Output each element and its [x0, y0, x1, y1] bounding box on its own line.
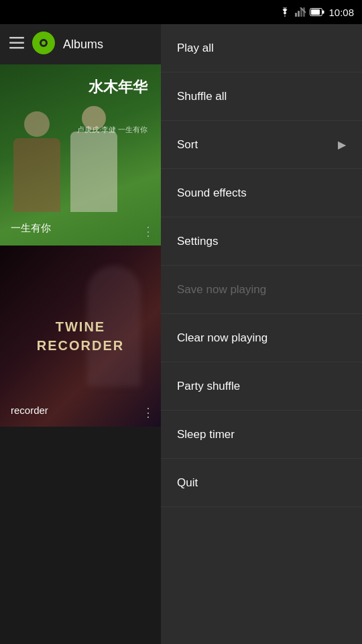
menu-item-quit[interactable]: Quit: [161, 459, 362, 507]
svg-rect-14: [9, 37, 24, 39]
menu-item-save-now-playing[interactable]: Save now playing: [161, 266, 362, 314]
signal-icon: [295, 7, 306, 17]
menu-arrow-sort: ▶: [338, 138, 346, 151]
hamburger-button-inner[interactable]: [9, 37, 24, 52]
menu-label-sleep-timer: Sleep timer: [177, 428, 235, 441]
menu-label-party-shuffle: Party shuffle: [177, 380, 240, 393]
album-sub-text: 卢庚戌·李健 一生有你: [77, 125, 147, 135]
top-bar-inner: Albums: [0, 24, 161, 64]
menu-label-quit: Quit: [177, 476, 198, 490]
menu-item-sleep-timer[interactable]: Sleep timer: [161, 411, 362, 459]
menu-item-shuffle-all[interactable]: Shuffle all: [161, 72, 362, 121]
albums-area: Albums 水木年华 卢庚戌·李健 一生有你 一生有你 ⋮ TWINERECO…: [0, 24, 161, 644]
album-1-label: 一生有你: [11, 222, 51, 235]
svg-rect-7: [322, 11, 324, 14]
battery-icon: [310, 8, 324, 16]
album-card-2[interactable]: TWINERECORDER recorder ⋮: [0, 246, 161, 427]
status-icons: 10:08: [279, 7, 354, 18]
menu-item-play-all[interactable]: Play all: [161, 24, 362, 72]
svg-rect-0: [295, 13, 297, 17]
app-logo-inner: [32, 32, 55, 57]
album-twine-title: TWINERECORDER: [37, 317, 124, 355]
menu-label-sort: Sort: [177, 138, 198, 152]
menu-item-party-shuffle[interactable]: Party shuffle: [161, 362, 362, 411]
menu-label-shuffle-all: Shuffle all: [177, 90, 227, 103]
album-2-more-button[interactable]: ⋮: [142, 405, 154, 420]
app-title-inner: Albums: [63, 38, 103, 52]
svg-rect-6: [311, 9, 320, 15]
svg-point-19: [42, 41, 46, 45]
album-1-more-button[interactable]: ⋮: [142, 224, 154, 239]
album-2-label: recorder: [11, 405, 48, 416]
dropdown-menu: Play allShuffle allSort▶Sound effectsSet…: [161, 24, 362, 644]
svg-rect-1: [298, 11, 300, 17]
menu-item-sort[interactable]: Sort▶: [161, 121, 362, 169]
album-people: [13, 106, 117, 212]
menu-item-sound-effects[interactable]: Sound effects: [161, 169, 362, 217]
album-card-1[interactable]: 水木年华 卢庚戌·李健 一生有你 一生有你 ⋮: [0, 64, 161, 246]
svg-rect-16: [9, 47, 24, 49]
menu-label-settings: Settings: [177, 235, 218, 248]
menu-label-sound-effects: Sound effects: [177, 186, 247, 200]
menu-item-settings[interactable]: Settings: [161, 217, 362, 266]
menu-label-save-now-playing: Save now playing: [177, 283, 266, 297]
svg-rect-15: [9, 42, 24, 44]
menu-label-play-all: Play all: [177, 42, 214, 55]
menu-item-clear-now-playing[interactable]: Clear now playing: [161, 314, 362, 362]
status-bar: 10:08: [0, 0, 362, 24]
menu-label-clear-now-playing: Clear now playing: [177, 331, 267, 345]
wifi-icon: [279, 7, 291, 17]
status-time: 10:08: [328, 7, 354, 18]
album-chinese-title: 水木年华: [88, 78, 147, 97]
